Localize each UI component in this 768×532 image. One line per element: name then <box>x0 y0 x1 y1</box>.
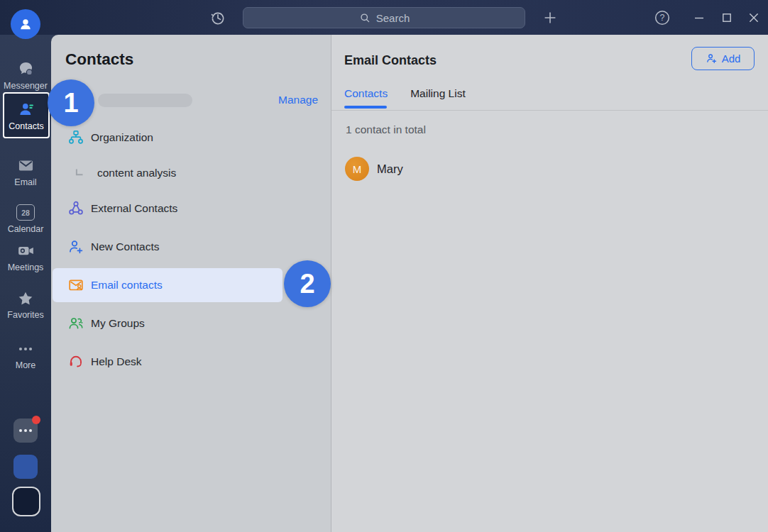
history-icon[interactable] <box>209 9 227 27</box>
left-navigation-rail: MessengerContactsEmail28CalendarMeetings… <box>0 35 51 532</box>
category-label: Email contacts <box>91 279 163 292</box>
app-window: Search ? MessengerContactsEmail28Calenda… <box>0 0 768 532</box>
manage-link[interactable]: Manage <box>278 94 318 106</box>
sidebar-item-label: Favorites <box>0 310 51 320</box>
category-help-desk[interactable]: Help Desk <box>51 343 331 381</box>
sidebar-item-email[interactable]: Email <box>0 156 51 187</box>
search-input[interactable]: Search <box>243 7 525 28</box>
notification-dot <box>32 416 40 424</box>
workspace-blue-icon[interactable] <box>13 455 38 479</box>
sidebar-item-more[interactable]: More <box>0 339 51 370</box>
tab-mailing-list[interactable]: Mailing List <box>410 87 466 100</box>
email-contacts-panel: Email Contacts Add ContactsMailing List … <box>331 35 768 532</box>
category-label: New Contacts <box>91 240 159 253</box>
contact-category-list: Organizationcontent analysisExternal Con… <box>51 118 331 381</box>
contact-count: 1 contact in total <box>346 123 426 136</box>
sidebar-item-meetings[interactable]: Meetings <box>0 241 51 272</box>
svg-text:?: ? <box>660 13 665 23</box>
tab-contacts[interactable]: Contacts <box>344 87 388 100</box>
person-add-icon <box>706 52 718 65</box>
tab-bar: ContactsMailing List <box>344 87 466 100</box>
category-label: Help Desk <box>91 355 142 368</box>
help-icon[interactable]: ? <box>653 9 671 27</box>
sidebar-item-label: Meetings <box>0 262 51 272</box>
contact-row[interactable]: MMary <box>345 157 754 181</box>
panel-title: Contacts <box>65 50 133 69</box>
search-placeholder: Search <box>376 12 410 24</box>
sidebar-item-label: More <box>0 360 51 370</box>
help-desk-icon <box>67 353 84 370</box>
search-icon <box>358 11 371 24</box>
content-area: Contacts Manage Organizationcontent anal… <box>51 35 768 532</box>
contact-name: Mary <box>377 162 403 176</box>
step-1-badge: 1 <box>48 79 94 126</box>
contact-avatar: M <box>345 157 369 181</box>
category-label: content analysis <box>97 167 176 179</box>
email-icon <box>0 156 51 175</box>
divider <box>331 110 768 111</box>
category-external-contacts[interactable]: External Contacts <box>51 189 331 228</box>
new-contacts-icon <box>67 238 84 255</box>
meetings-icon <box>0 241 51 260</box>
subfolder-icon <box>71 165 88 182</box>
title-bar: Search ? <box>0 0 768 35</box>
sidebar-item-calendar[interactable]: 28Calendar <box>0 203 51 234</box>
category-label: Organization <box>91 131 153 144</box>
active-tab-underline <box>344 106 387 109</box>
step-2-badge: 2 <box>284 260 331 307</box>
contacts-icon <box>17 100 36 119</box>
sidebar-item-contacts-active[interactable]: Contacts <box>3 92 50 138</box>
organization-icon <box>67 129 84 146</box>
sidebar-item-label: Messenger <box>0 81 51 91</box>
close-button[interactable] <box>745 9 763 27</box>
category-label: External Contacts <box>91 202 177 215</box>
user-avatar[interactable] <box>11 9 40 39</box>
category-organization[interactable]: Organization <box>51 118 331 157</box>
category-email-contacts[interactable]: Email contacts <box>53 268 282 302</box>
minimize-button[interactable] <box>690 9 708 27</box>
sidebar-item-label: Email <box>0 177 51 187</box>
more-apps-icon[interactable] <box>13 419 38 443</box>
person-icon <box>17 16 34 33</box>
my-groups-icon <box>67 315 84 332</box>
workspace-outline-icon[interactable] <box>12 487 40 516</box>
favorites-icon <box>0 289 51 308</box>
category-label: My Groups <box>91 317 145 330</box>
email-contacts-icon <box>67 277 84 294</box>
contact-list: MMary <box>345 157 754 191</box>
category-new-contacts[interactable]: New Contacts <box>51 228 331 266</box>
maximize-button[interactable] <box>718 9 736 27</box>
add-button[interactable]: Add <box>691 47 755 70</box>
messenger-icon <box>0 60 51 79</box>
sidebar-item-favorites[interactable]: Favorites <box>0 289 51 320</box>
sidebar-item-label: Calendar <box>0 224 51 234</box>
external-contacts-icon <box>67 200 84 217</box>
category-my-groups[interactable]: My Groups <box>51 304 331 343</box>
plus-icon[interactable] <box>541 9 559 27</box>
sidebar-item-messenger[interactable]: Messenger <box>0 60 51 91</box>
category-content-analysis[interactable]: content analysis <box>51 157 331 189</box>
page-title: Email Contacts <box>344 53 437 68</box>
sidebar-item-label: Contacts <box>9 121 43 131</box>
calendar-icon: 28 <box>0 203 51 222</box>
loading-skeleton-bar <box>98 94 192 107</box>
more-icon <box>0 339 51 358</box>
